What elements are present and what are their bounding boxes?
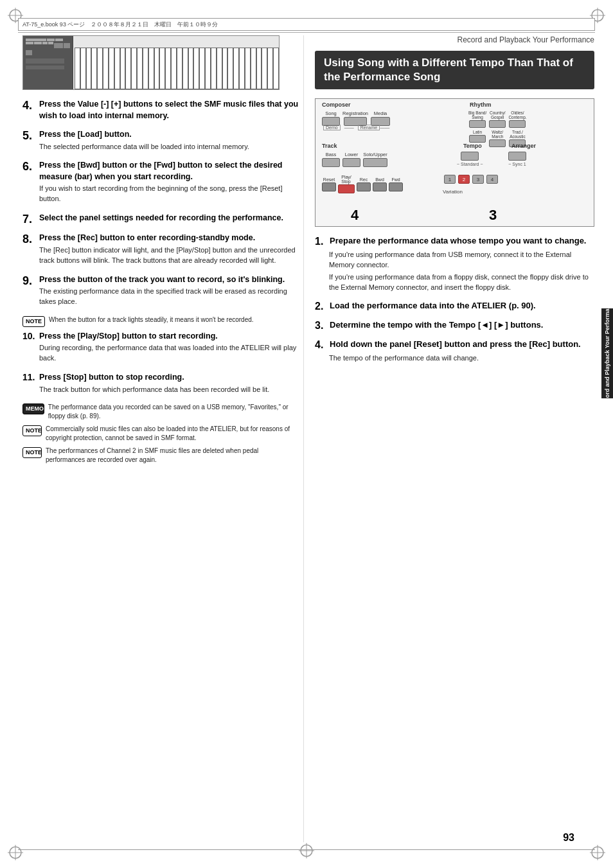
right-step-3: 3. Determine the tempo with the Tempo [◄… [315,320,594,332]
media-diag-label: Media [374,111,387,116]
bwd-btn [373,182,387,191]
right-step-1-num: 1. [315,236,326,247]
note-3-text: The performances of Channel 2 in SMF mus… [46,447,299,465]
lower-label: Lower [345,152,358,157]
bigband-btn [469,120,486,128]
right-step-2-title: Load the performance data into the ATELI… [330,301,536,310]
left-column: 4. Press the Value [-] [+] buttons to se… [22,35,299,468]
bottom-center-mark [298,842,315,862]
side-tab: Record and Playback Your Performance [601,308,613,398]
right-step-4-title: Hold down the panel [Reset] button and p… [330,339,581,349]
note-2: NOTE Commercially sold music files can a… [22,425,299,443]
step-4-title: Press the Value [-] [+] buttons to selec… [39,99,299,121]
standard-label: ~ Standard ~ [457,162,483,166]
section-header: Using Song with a Different Tempo Than T… [315,51,594,89]
solo-upper-btn [363,158,387,167]
right-step-1-body2: If you're using performance data from a … [329,272,594,293]
track-label: Track [322,143,337,149]
step-11-num: 11. [22,372,37,382]
note-3-badge: NOTE [22,447,42,458]
step-5: 5. Press the [Load] button. The selected… [22,129,299,154]
step-11: 11. Press [Stop] button to stop recordin… [22,372,299,396]
demo-label: Demo [323,125,341,130]
btn-3: 3 [472,175,484,184]
memo-1: MEMO The performance data you recorded c… [22,403,299,421]
step-6: 6. Press the [Bwd] button or the [Fwd] b… [22,160,299,206]
rec-btn [357,182,371,191]
column-divider [303,35,304,842]
step-9-title: Press the button of the track you want t… [39,274,299,286]
step-10-title: Press the [Play/Stop] button to start re… [39,331,299,342]
step-9: 9. Press the button of the track you wan… [22,274,299,309]
lower-btn [342,158,360,167]
step-5-body: The selected performance data will be lo… [39,142,299,152]
diagram-number-4: 4 [351,207,359,224]
rename-label: Rename [358,125,380,130]
header-bar: AT-75_e.book 93 ページ ２００８年８月２１日 木曜日 午前１０時… [18,18,595,31]
side-tab-label: Record and Playback Your Performance [604,299,610,409]
composer-label: Composer [322,102,351,108]
bass-label: Bass [326,152,337,157]
step-9-num: 9. [22,274,37,288]
step-6-num: 6. [22,160,37,173]
solo-upper-label: Solo/Upper [363,152,387,157]
step-8: 8. Press the [Rec] button to enter recor… [22,233,299,267]
step-10: 10. Press the [Play/Stop] button to star… [22,331,299,366]
fwd-btn [389,182,403,191]
country-btn [489,120,506,128]
registration-diag-label: Registration [342,111,368,116]
song-diag-label: Song [325,111,337,116]
keyboard-panel [23,36,73,90]
memo-1-text: The performance data you recorded can be… [48,403,299,421]
page-number: 93 [563,832,574,844]
step-8-body: The [Rec] button indicator will light, a… [39,245,299,266]
right-step-1: 1. Prepare the performance data whose te… [315,236,594,293]
btn-4: 4 [486,175,498,184]
step-4: 4. Press the Value [-] [+] buttons to se… [22,99,299,123]
tempo-label: Tempo [463,143,482,149]
step-11-body: The track button for which performance d… [39,385,299,395]
arranger-label: Arranger [511,143,536,149]
right-header-text: Record and Playback Your Performance [315,35,594,44]
step-4-num: 4. [22,99,37,112]
step-7: 7. Select the panel settings needed for … [22,213,299,226]
right-step-1-title: Prepare the performance data whose tempo… [330,236,586,245]
right-step-4-body1: The tempo of the performance data will c… [329,353,594,364]
step-9-body: The existing performance data in the spe… [39,287,299,307]
right-step-1-body1: If you're using performance data from US… [329,250,594,270]
right-step-2: 2. Load the performance data into the AT… [315,301,594,312]
tempo-btn [461,152,479,161]
arranger-btn [508,152,526,161]
bass-btn [322,158,340,167]
right-step-2-num: 2. [315,301,326,312]
right-step-4-num: 4. [315,339,326,351]
step-8-num: 8. [22,233,37,246]
step-6-body: If you wish to start recording from the … [39,184,299,204]
right-column: Record and Playback Your Performance Usi… [315,35,594,371]
btn-1: 1 [444,175,456,184]
right-step-4: 4. Hold down the panel [Reset] button an… [315,339,594,364]
step-10-num: 10. [22,331,37,341]
right-step-3-num: 3. [315,320,326,332]
diagram-number-3: 3 [489,207,497,224]
step-5-title: Press the [Load] button. [39,129,299,141]
waltz-btn [489,139,506,147]
latin-btn [469,135,486,143]
sync-label: ~ Sync 1 [508,162,526,166]
step-6-title: Press the [Bwd] button or the [Fwd] butt… [39,160,299,182]
variation-label: Variation [443,189,463,195]
top-divider [18,32,595,33]
oldies-btn [509,120,526,128]
step-8-title: Press the [Rec] button to enter recordin… [39,233,299,244]
note-3: NOTE The performances of Channel 2 in SM… [22,447,299,465]
panel-diagram: Composer Rhythm Song Registration Media [315,98,594,227]
step-5-num: 5. [22,129,37,143]
reset-btn [322,182,336,191]
section-title: Using Song with a Different Tempo Than T… [324,57,573,83]
note-1-badge: NOTE [22,316,45,327]
step-7-title: Select the panel settings needed for rec… [39,213,299,224]
note-1: NOTE When the button for a track lights … [22,315,299,327]
memo-1-badge: MEMO [22,403,44,414]
step-7-num: 7. [22,213,37,226]
play-stop-btn [338,184,355,193]
